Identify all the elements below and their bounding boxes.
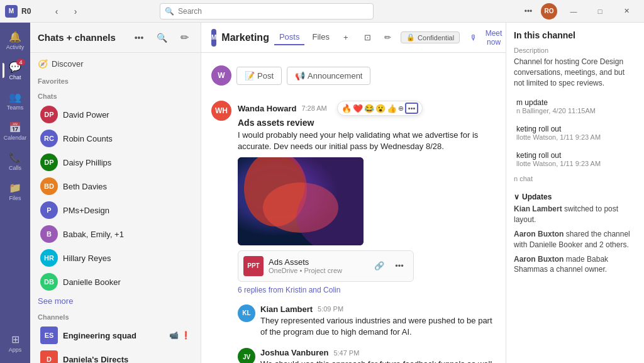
user-avatar-post: W: [211, 65, 231, 86]
rp-description-label: Description: [514, 47, 636, 54]
close-button[interactable]: ✕: [614, 3, 639, 20]
sidebar-more-button[interactable]: •••: [130, 29, 148, 47]
rp-pinned-3[interactable]: keting roll out llotte Watson, 1/11 9:23…: [514, 148, 636, 170]
grid-view-button[interactable]: ⊡: [360, 29, 375, 47]
reply-joshua1-time: 5:47 PM: [333, 349, 359, 357]
nav-back-button[interactable]: ‹: [48, 3, 65, 20]
tab-posts[interactable]: Posts: [274, 30, 305, 45]
tab-bar: Posts Files +: [274, 29, 355, 47]
calls-label: Calls: [9, 165, 21, 171]
lock-icon: 🔒: [406, 33, 415, 42]
channel-name-engineering: Engineering squad: [63, 331, 164, 340]
left-rail: 🔔 Activity 💬 Chat 4 👥 Teams 📅 Calendar 📞…: [0, 23, 30, 363]
laugh-emoji[interactable]: 😂: [364, 104, 374, 113]
file-actions: 🔗 •••: [370, 257, 408, 275]
announcement-button[interactable]: 📢 Announcement: [287, 67, 370, 85]
thumbsup-emoji[interactable]: 👍: [387, 104, 397, 113]
chat-item-david[interactable]: DP David Power: [33, 103, 198, 126]
sidebar-item-apps[interactable]: ⊞ Apps: [3, 328, 28, 358]
reply-joshua1: JV Joshua Vanburen 5:47 PM We should use…: [238, 348, 496, 363]
sidebar: Chats + channels ••• 🔍 ✏ 🧭 Discover Favo…: [30, 23, 201, 363]
post-button[interactable]: 📝 Post: [236, 67, 282, 85]
rp-pinned-1[interactable]: m update n Ballinger, 4/20 11:15AM: [514, 96, 636, 117]
search-bar[interactable]: 🔍: [160, 3, 374, 20]
chat-item-danielle[interactable]: DB Danielle Booker: [33, 270, 198, 294]
post-label: Post: [257, 71, 274, 81]
rp-updates-toggle[interactable]: ∨ Updates: [514, 193, 636, 201]
reply-kian-body: Kian Lambert 5:09 PM They represented va…: [260, 304, 496, 338]
sidebar-item-chats[interactable]: 💬 Chat 4: [3, 55, 28, 86]
avatar-hillary: HR: [40, 249, 58, 267]
more-emoji-button[interactable]: ⊕: [398, 104, 404, 113]
activity-label: Activity: [6, 44, 25, 50]
files-icon: 📁: [9, 182, 21, 194]
replies-link[interactable]: 6 replies from Kristin and Colin: [238, 286, 496, 294]
channel-badges-engineering: 📹 ❗: [169, 331, 191, 340]
chat-item-robin[interactable]: RC Robin Counts: [33, 126, 198, 150]
more-options-button[interactable]: •••: [519, 3, 537, 20]
sidebar-item-activity[interactable]: 🔔 Activity: [3, 25, 28, 55]
sidebar-item-calendar[interactable]: 📅 Calendar: [3, 116, 28, 146]
chats-section-label: Chats: [30, 87, 201, 103]
file-link-button[interactable]: 🔗: [370, 257, 388, 275]
maximize-button[interactable]: □: [587, 3, 613, 20]
sidebar-title: Chats + channels: [38, 32, 125, 43]
apps-icon: ⊞: [11, 333, 19, 345]
nav-forward-button[interactable]: ›: [67, 3, 84, 20]
messages-area: W 📝 Post 📢 Announcement WH: [201, 53, 506, 363]
chat-item-beth[interactable]: BD Beth Davies: [33, 174, 198, 198]
channel-item-danielas[interactable]: D Daniela's Directs: [33, 347, 198, 363]
avatar-beth: BD: [40, 177, 58, 195]
main-layout: 🔔 Activity 💬 Chat 4 👥 Teams 📅 Calendar 📞…: [0, 23, 644, 363]
message-wanda-author: Wanda Howard: [238, 104, 296, 113]
rp-update-3: Aaron Buxton made Babak Shammas a channe…: [514, 254, 636, 276]
rp-pinned-3-title: keting roll out: [516, 151, 634, 160]
channel-name-danielas: Daniela's Directs: [63, 355, 191, 364]
channel-item-engineering[interactable]: ES Engineering squad 📹 ❗: [33, 323, 198, 347]
sidebar-compose-button[interactable]: ✏: [175, 29, 193, 47]
user-avatar[interactable]: RO: [541, 3, 557, 20]
rp-description-text: Channel for hosting Core Design conversa…: [514, 57, 636, 88]
search-input[interactable]: [160, 3, 374, 20]
fire-emoji[interactable]: 🔥: [341, 104, 352, 113]
sidebar-item-teams[interactable]: 👥 Teams: [3, 86, 28, 116]
discover-button[interactable]: 🧭 Discover: [30, 55, 201, 72]
chevron-down-icon: ∨: [514, 193, 519, 201]
add-tab-button[interactable]: +: [337, 29, 355, 47]
chats-badge: 4: [16, 59, 25, 65]
chat-item-babak[interactable]: B Babak, Emily, +1: [33, 222, 198, 246]
edit-button[interactable]: ✏: [380, 29, 396, 47]
chat-item-hillary[interactable]: HR Hillary Reyes: [33, 246, 198, 270]
heart-emoji[interactable]: ❤️: [353, 104, 363, 113]
waveform-icon: 🎙: [470, 33, 477, 42]
message-more-button[interactable]: •••: [405, 103, 419, 114]
minimize-button[interactable]: —: [561, 3, 586, 20]
meet-now-button[interactable]: 🎙 Meet now: [465, 26, 506, 49]
rp-updates-label: Updates: [522, 193, 552, 201]
wow-emoji[interactable]: 😮: [375, 104, 386, 113]
teams-label: Teams: [7, 104, 24, 111]
chat-name-daisy: Daisy Phillips: [63, 158, 191, 167]
reply-kian-time: 5:09 PM: [318, 305, 343, 313]
chat-item-daisy[interactable]: DP Daisy Phillips: [33, 150, 198, 174]
sidebar-item-calls[interactable]: 📞 Calls: [3, 146, 28, 176]
title-bar: M R0 ‹ › 🔍 ••• RO — □ ✕: [0, 0, 644, 23]
sidebar-search-button[interactable]: 🔍: [153, 29, 170, 47]
main-content: M Marketing Posts Files + ⊡ ✏ 🔒 Confiden…: [201, 23, 506, 363]
file-attachment: PPT Ads Assets OneDrive • Project crew 🔗…: [238, 250, 414, 282]
file-more-button[interactable]: •••: [391, 257, 408, 275]
chat-item-pms[interactable]: P PMs+Design: [33, 198, 198, 222]
rp-pinned-3-meta: llotte Watson, 1/11 9:23 AM: [516, 160, 634, 167]
chat-name-pms: PMs+Design: [63, 206, 191, 215]
sidebar-item-files[interactable]: 📁 Files: [3, 176, 28, 206]
discover-label: Discover: [52, 59, 84, 69]
chat-name-david: David Power: [63, 110, 191, 120]
see-more-button[interactable]: See more: [30, 294, 201, 308]
search-icon: 🔍: [165, 7, 174, 16]
message-wanda-time: 7:28 AM: [301, 104, 326, 112]
reply-joshua1-author: Joshua Vanburen: [260, 348, 328, 357]
tab-files[interactable]: Files: [307, 30, 334, 45]
rp-pinned-2[interactable]: keting roll out llotte Watson, 1/11 9:23…: [514, 122, 636, 143]
rp-update-2-author: Aaron Buxton: [514, 230, 564, 238]
announcement-icon: 📢: [295, 71, 305, 81]
